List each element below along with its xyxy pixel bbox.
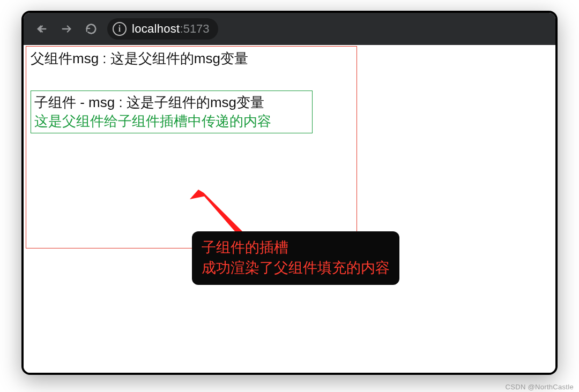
browser-window: i localhost:5173 父组件msg : 这是父组件的msg变量 子组… — [21, 11, 558, 375]
slot-content-text: 这是父组件给子组件插槽中传递的内容 — [34, 112, 309, 131]
address-bar[interactable]: i localhost:5173 — [107, 18, 218, 40]
info-icon: i — [113, 22, 127, 36]
reload-button[interactable] — [83, 20, 100, 37]
child-msg-text: 子组件 - msg : 这是子组件的msg变量 — [34, 93, 309, 112]
back-button[interactable] — [33, 20, 50, 37]
annotation-line-1: 子组件的插槽 — [202, 238, 390, 258]
forward-button[interactable] — [58, 20, 75, 37]
parent-component-box: 父组件msg : 这是父组件的msg变量 子组件 - msg : 这是子组件的m… — [26, 46, 357, 248]
child-component-box: 子组件 - msg : 这是子组件的msg变量 这是父组件给子组件插槽中传递的内… — [31, 91, 313, 133]
url-host: localhost:5173 — [132, 22, 210, 36]
parent-msg-text: 父组件msg : 这是父组件的msg变量 — [31, 50, 352, 68]
arrow-left-icon — [36, 23, 48, 35]
browser-toolbar: i localhost:5173 — [24, 13, 555, 45]
reload-icon — [85, 23, 97, 35]
arrow-right-icon — [61, 23, 72, 35]
annotation-callout: 子组件的插槽 成功渲染了父组件填充的内容 — [192, 231, 399, 285]
watermark-text: CSDN @NorthCastle — [506, 383, 574, 391]
page-content: 父组件msg : 这是父组件的msg变量 子组件 - msg : 这是子组件的m… — [24, 45, 555, 373]
annotation-line-2: 成功渲染了父组件填充的内容 — [202, 258, 390, 278]
